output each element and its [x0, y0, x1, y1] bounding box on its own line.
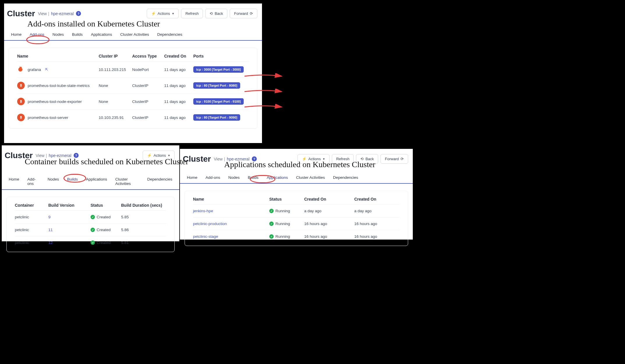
tab-nodes[interactable]: Nodes [48, 29, 68, 40]
tab-deps[interactable]: Dependencies [329, 172, 362, 183]
check-icon [91, 240, 95, 245]
breadcrumb[interactable]: hpe-ezmeral [227, 157, 249, 161]
forward-button[interactable]: Forward⟳ [380, 154, 408, 164]
tab-apps[interactable]: Applications [87, 29, 116, 40]
table-row[interactable]: petclinic 9 Created 5.85 [15, 210, 166, 223]
col-ip: Cluster IP [99, 54, 132, 61]
table-row[interactable]: jenkins-hpe Running a day ago a day ago [193, 204, 400, 217]
check-icon [269, 234, 274, 239]
addon-name[interactable]: prometheus-tool-server [28, 115, 68, 120]
refresh-button[interactable]: Refresh [332, 154, 354, 164]
container-name: petclinic [15, 228, 48, 232]
tab-apps[interactable]: Applications [263, 172, 292, 183]
help-icon[interactable]: ? [252, 156, 257, 161]
duration: 5.81 [121, 240, 165, 245]
table-header: Name Cluster IP Access Type Created On P… [17, 54, 249, 61]
tab-builds[interactable]: Builds [63, 174, 82, 189]
table-row[interactable]: petclinic-production Running 16 hours ag… [193, 217, 400, 230]
tab-bar: Home Add-ons Nodes Builds Applications C… [2, 174, 179, 190]
build-version[interactable]: 12 [48, 240, 91, 245]
breadcrumb-sep: | [224, 157, 225, 161]
prometheus-icon [17, 114, 25, 121]
tab-activ[interactable]: Cluster Activities [111, 174, 143, 189]
port-badge[interactable]: tcp : 3000 [Target Port - 3000] [193, 66, 244, 73]
col-ports: Ports [193, 54, 243, 61]
tab-activ[interactable]: Cluster Activities [116, 29, 153, 40]
port-badge[interactable]: tcp : 9100 [Target Port - 9100] [193, 98, 244, 105]
table-row[interactable]: prometheus-tool-server 10.103.235.91 Clu… [17, 109, 249, 125]
app-name[interactable]: jenkins-hpe [193, 209, 269, 213]
view-label: View [214, 157, 222, 161]
duration: 5.86 [121, 228, 165, 232]
header: Cluster View | hpe-ezmeral ? ⚡Actions▼ R… [4, 3, 262, 21]
breadcrumb[interactable]: hpe-ezmeral [49, 153, 71, 158]
tab-builds[interactable]: Builds [244, 172, 263, 183]
table-row[interactable]: petclinic 12 Created 5.81 [15, 236, 166, 249]
actions-button[interactable]: ⚡Actions▼ [143, 151, 175, 160]
tab-addons[interactable]: Add-ons [26, 29, 48, 40]
chevron-down-icon: ▼ [323, 158, 325, 160]
table-row[interactable]: prometheus-tool-kube-state-metrics None … [17, 77, 249, 93]
check-icon [269, 209, 274, 213]
col-name: Name [193, 197, 269, 204]
help-icon[interactable]: ? [74, 153, 79, 158]
tab-apps[interactable]: Applications [82, 174, 111, 189]
header: Cluster View | hpe-ezmeral ? ⚡Actions▼ R… [180, 149, 413, 166]
col-created: Created On [164, 54, 193, 61]
actions-button[interactable]: ⚡Actions▼ [147, 9, 179, 18]
tab-nodes[interactable]: Nodes [224, 172, 244, 183]
tab-deps[interactable]: Dependencies [153, 29, 186, 40]
container-name: petclinic [15, 240, 48, 245]
addon-name-cell: prometheus-tool-kube-state-metrics [17, 82, 99, 89]
addon-name[interactable]: prometheus-tool-node-exporter [28, 99, 82, 104]
tab-activ[interactable]: Cluster Activities [292, 172, 329, 183]
actions-button[interactable]: ⚡Actions▼ [298, 154, 330, 164]
table-header: Name Status Created On Created On [193, 197, 400, 204]
breadcrumb[interactable]: hpe-ezmeral [51, 11, 74, 16]
table-row[interactable]: petclinic-stage Running 16 hours ago 16 … [193, 230, 400, 243]
created-on: 11 days ago [164, 115, 193, 120]
tab-addons[interactable]: Add-ons [201, 172, 224, 183]
lightning-icon: ⚡ [302, 157, 307, 161]
app-name[interactable]: petclinic-stage [193, 234, 269, 239]
cluster-ip: None [99, 99, 132, 104]
build-version[interactable]: 11 [48, 228, 91, 232]
lightning-icon: ⚡ [151, 11, 156, 16]
back-button[interactable]: ⟲Back [356, 154, 378, 164]
status-cell: Created [91, 240, 121, 245]
col-status: Status [91, 203, 121, 210]
created-on: 16 hours ago [304, 234, 354, 239]
tab-builds[interactable]: Builds [68, 29, 87, 40]
prometheus-icon [17, 82, 25, 89]
tab-addons[interactable]: Add-ons [23, 174, 43, 189]
external-link-icon[interactable]: ⇱ [45, 67, 48, 72]
app-name[interactable]: petclinic-production [193, 222, 269, 226]
forward-button[interactable]: Forward⟳ [230, 9, 257, 18]
table-row[interactable]: prometheus-tool-node-exporter None Clust… [17, 93, 249, 109]
created-on: a day ago [354, 209, 392, 213]
breadcrumb-sep: | [48, 11, 49, 16]
tab-deps[interactable]: Dependencies [143, 174, 176, 189]
action-buttons: ⚡Actions▼ Refresh ⟲Back Forward⟳ [147, 9, 257, 18]
access-type: ClusterIP [132, 83, 164, 88]
col-container: Container [15, 203, 48, 210]
tab-home[interactable]: Home [5, 174, 23, 189]
check-icon [269, 222, 274, 226]
clock-icon: ⟲ [210, 11, 213, 16]
port-badge[interactable]: tcp : 80 [Target Port - 8080] [193, 82, 240, 89]
build-version[interactable]: 9 [48, 215, 91, 219]
addon-name[interactable]: grafana [28, 67, 41, 72]
tab-home[interactable]: Home [7, 29, 26, 40]
tab-nodes[interactable]: Nodes [43, 174, 63, 189]
table-row[interactable]: grafana ⇱ 10.111.203.215 NodePort 11 day… [17, 61, 249, 77]
tab-bar: Home Add-ons Nodes Builds Applications C… [4, 29, 262, 41]
help-icon[interactable]: ? [76, 11, 81, 16]
refresh-button[interactable]: Refresh [181, 9, 203, 18]
tab-home[interactable]: Home [183, 172, 201, 183]
addon-name[interactable]: prometheus-tool-kube-state-metrics [28, 83, 90, 88]
back-button[interactable]: ⟲Back [205, 9, 227, 18]
table-row[interactable]: petclinic 11 Created 5.86 [15, 223, 166, 236]
port-badge[interactable]: tcp : 80 [Target Port - 9090] [193, 114, 240, 121]
tab-bar: Home Add-ons Nodes Builds Applications C… [180, 172, 413, 184]
header: Cluster View | hpe-ezmeral ? ⚡Actions▼ [2, 145, 179, 163]
